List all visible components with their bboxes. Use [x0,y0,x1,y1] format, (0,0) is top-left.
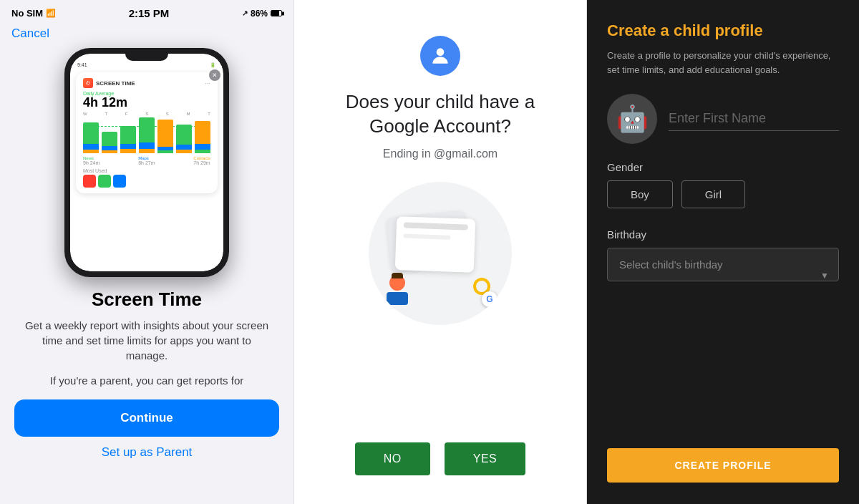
girl-button[interactable]: Girl [681,180,745,208]
ios-content: Screen Time Get a weekly report with ins… [0,277,293,388]
boy-button[interactable]: Boy [607,180,673,208]
stat-contacts-value: 7h 29m [193,160,210,165]
setup-as-parent-link[interactable]: Set up as Parent [99,442,195,462]
battery-label: 86% [251,9,268,19]
ios-screen-time-panel: No SIM 📶 2:15 PM ↗ 86% Cancel 9:41 🔋 ✕ ⏱… [0,0,293,504]
phone-battery: 🔋 [210,62,216,68]
bar-w-fill [83,122,99,144]
screen-time-subtext: If you're a parent, you can get reports … [21,373,272,388]
ill-hair [392,273,403,278]
bar-t2 [195,121,210,153]
stat-maps-value: 8h 27m [138,160,155,165]
profile-name-row: 🤖 [607,94,839,144]
battery-icon [271,10,282,16]
bar-s1 [139,117,155,153]
card-close-button[interactable]: ✕ [209,69,220,81]
google-account-panel: Does your child have a Google Account? E… [293,0,587,504]
screen-time-description: Get a weekly report with insights about … [21,318,272,363]
app-icon-3 [113,175,126,188]
google-illustration: G [369,182,512,325]
phone-mockup: 9:41 🔋 ✕ ⏱ SCREEN TIME ··· Daily Average… [64,48,229,277]
app-icon-2 [98,175,111,188]
profile-panel-title: Create a child profile [607,21,839,40]
bar-m [176,125,192,153]
google-action-buttons: NO YES [355,442,526,475]
ill-card-line-2 [403,233,450,239]
app-icon-1 [83,175,96,188]
bar-t1-fill [102,132,117,146]
ill-card-front [395,216,476,273]
status-time: 2:15 PM [129,7,170,19]
bar-s2 [157,120,173,153]
daily-avg-value: 4h 12m [83,96,210,110]
wifi-icon: 📶 [46,9,56,18]
google-question-text: Does your child have a Google Account? [340,90,540,139]
first-name-input[interactable] [669,107,839,131]
bar-s1-fill [139,117,155,142]
screen-time-title: Screen Time [21,289,272,311]
card-title: SCREEN TIME [96,80,202,87]
chart-bars [83,117,210,153]
ill-google-key: G [473,278,492,304]
bar-w [83,122,99,153]
bar-f [120,126,136,153]
phone-time: 9:41 [77,62,87,68]
no-button[interactable]: NO [355,442,430,475]
card-menu-dots[interactable]: ··· [205,79,210,87]
most-used-label: Most Used [83,168,210,173]
gender-label: Gender [607,161,839,173]
profile-description: Create a profile to personalize your chi… [607,49,839,77]
birthday-select[interactable]: Select child's birthday [607,248,839,281]
svg-point-0 [437,48,445,56]
gender-buttons: Boy Girl [607,180,839,208]
carrier-label: No SIM [11,8,43,19]
chart-days: WTFSSMT [83,112,210,116]
screen-time-card: ✕ ⏱ SCREEN TIME ··· Daily Average 4h 12m… [76,72,218,193]
yes-button[interactable]: YES [445,442,526,475]
continue-button[interactable]: Continue [14,399,279,437]
bar-t2-fill [195,121,210,144]
avatar: 🤖 [607,94,657,144]
google-account-icon [420,36,460,76]
ios-status-bar: No SIM 📶 2:15 PM ↗ 86% [0,0,293,22]
stat-news: News 9h 24m [83,156,100,165]
ill-body [387,292,408,305]
screen-time-icon: ⏱ [83,78,93,88]
phone-notch [125,54,168,61]
status-right: ↗ 86% [242,9,282,19]
stat-news-value: 9h 24m [83,160,100,165]
google-email-hint: Ending in @gmail.com [383,147,498,160]
app-icons-row [83,175,210,188]
bar-t1 [102,132,117,153]
stat-contacts: Contacts 7h 29m [193,156,210,165]
create-child-profile-panel: Create a child profile Create a profile … [587,0,859,504]
chart-stats: News 9h 24m Maps 8h 27m Contacts 7h 29m [83,156,210,165]
bar-f-fill [120,126,136,144]
avatar-robot-icon: 🤖 [616,104,649,134]
bar-s2-fill [157,120,173,147]
create-profile-button[interactable]: CREATE PROFILE [607,448,839,483]
card-header: ⏱ SCREEN TIME ··· [83,78,210,88]
phone-screen: 9:41 🔋 ✕ ⏱ SCREEN TIME ··· Daily Average… [70,54,223,271]
ill-person [387,275,408,305]
birthday-select-wrapper: Select child's birthday [607,248,839,303]
status-left: No SIM 📶 [11,8,56,19]
cancel-button[interactable]: Cancel [11,26,49,41]
location-icon: ↗ [242,9,248,17]
google-g-badge: G [482,291,498,307]
ill-card-line-1 [404,222,468,230]
stat-maps: Maps 8h 27m [138,156,155,165]
birthday-label: Birthday [607,228,839,241]
bar-m-fill [176,125,192,145]
